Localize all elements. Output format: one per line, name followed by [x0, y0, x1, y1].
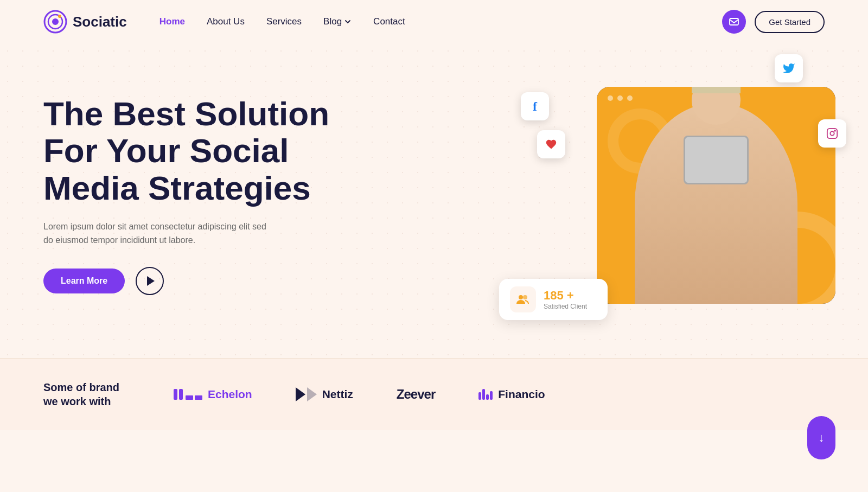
play-button[interactable] [136, 267, 164, 295]
svg-point-2 [52, 18, 59, 25]
nav-link-home[interactable]: Home [159, 16, 185, 27]
person-figure [635, 103, 797, 304]
nav-link-services[interactable]: Services [266, 16, 302, 27]
nettiz-label: Nettiz [322, 388, 353, 401]
stats-label: Satisfied Client [544, 303, 587, 310]
svg-rect-5 [827, 129, 837, 138]
stats-info: 185 + Satisfied Client [544, 289, 587, 310]
financio-icon [478, 389, 493, 400]
facebook-float-icon: f [521, 92, 549, 120]
hero-visual: f [532, 54, 835, 336]
logo-icon [43, 10, 67, 34]
brand-nettiz: Nettiz [296, 387, 353, 401]
svg-rect-4 [730, 18, 738, 25]
heart-float-icon [537, 130, 565, 158]
hero-title: The Best Solution For Your Social Media … [43, 95, 369, 207]
logo[interactable]: Sociatic [43, 10, 127, 34]
zeever-label: Zeever [397, 387, 435, 402]
stats-number: 185 + [544, 289, 587, 303]
logo-text: Sociatic [73, 14, 127, 30]
twitter-float-icon [775, 54, 803, 82]
instagram-float-icon [818, 119, 846, 148]
brand-financio: Financio [478, 388, 545, 401]
stats-card: 185 + Satisfied Client [499, 279, 608, 320]
hero-content: The Best Solution For Your Social Media … [43, 95, 369, 295]
nav-item-services[interactable]: Services [266, 16, 302, 27]
brand-echelon: Echelon [174, 388, 252, 401]
instagram-icon [826, 127, 838, 139]
svg-point-7 [834, 130, 835, 131]
card-dots [608, 95, 633, 101]
scroll-down-arrow-icon: ↓ [819, 431, 825, 445]
person-hair [692, 87, 741, 93]
mail-icon [729, 16, 739, 27]
stats-icon-wrap [510, 286, 536, 312]
learn-more-button[interactable]: Learn More [43, 269, 125, 293]
heart-icon [545, 138, 557, 150]
tablet [684, 136, 749, 184]
nav-link-contact[interactable]: Contact [373, 16, 405, 27]
nav-item-home[interactable]: Home [159, 16, 185, 27]
get-started-button[interactable]: Get Started [755, 11, 825, 33]
brands-section: Some of brand we work with Echelon Netti… [0, 358, 868, 430]
nav-link-blog[interactable]: Blog [323, 16, 352, 27]
scroll-down-button[interactable]: ↓ [807, 416, 835, 459]
hero-card-inner [597, 87, 835, 304]
svg-point-8 [519, 295, 523, 299]
dot-3 [627, 95, 633, 101]
echelon-icon [174, 389, 202, 400]
hero-card [597, 87, 835, 304]
nav-links: Home About Us Services Blog Contact [159, 16, 723, 27]
brand-zeever: Zeever [397, 387, 435, 402]
dot-1 [608, 95, 613, 101]
nav-item-contact[interactable]: Contact [373, 16, 405, 27]
nav-right: Get Started [722, 10, 825, 34]
nav-item-about[interactable]: About Us [207, 16, 245, 27]
brands-list: Echelon Nettiz Zeever Fina [174, 387, 825, 402]
facebook-icon: f [533, 99, 537, 114]
nav-item-blog[interactable]: Blog [323, 16, 352, 27]
financio-label: Financio [498, 388, 545, 401]
svg-point-3 [58, 15, 61, 18]
hero-subtitle: Lorem ipsum dolor sit amet consectetur a… [43, 220, 271, 247]
chevron-down-icon [344, 18, 352, 25]
dot-2 [617, 95, 623, 101]
echelon-label: Echelon [208, 388, 252, 401]
mail-button[interactable] [722, 10, 746, 34]
svg-point-9 [523, 295, 527, 299]
brands-label: Some of brand we work with [43, 380, 130, 408]
nettiz-icon [296, 387, 317, 401]
hero-section: The Best Solution For Your Social Media … [0, 43, 868, 358]
svg-point-6 [830, 131, 834, 135]
people-icon [515, 292, 531, 307]
nav-link-about[interactable]: About Us [207, 16, 245, 27]
twitter-icon [782, 62, 795, 75]
navbar: Sociatic Home About Us Services Blog Con… [0, 0, 868, 43]
hero-actions: Learn More [43, 267, 369, 295]
